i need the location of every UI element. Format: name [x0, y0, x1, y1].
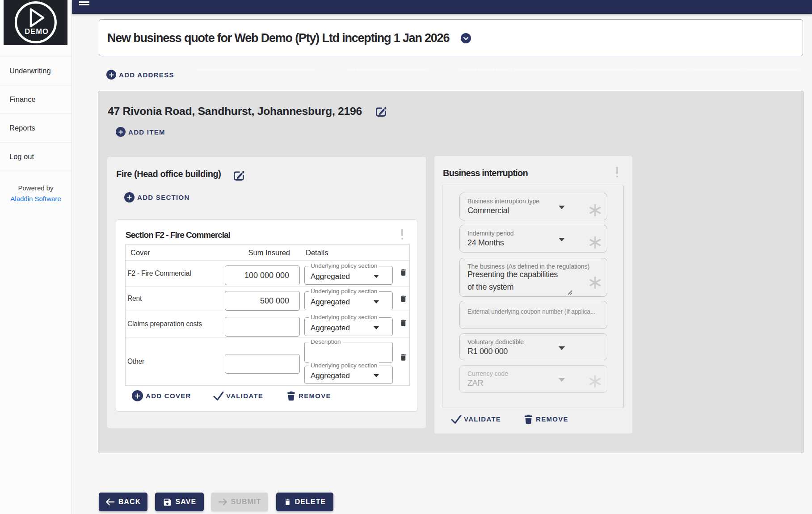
svg-text:DEMO: DEMO [25, 27, 49, 35]
